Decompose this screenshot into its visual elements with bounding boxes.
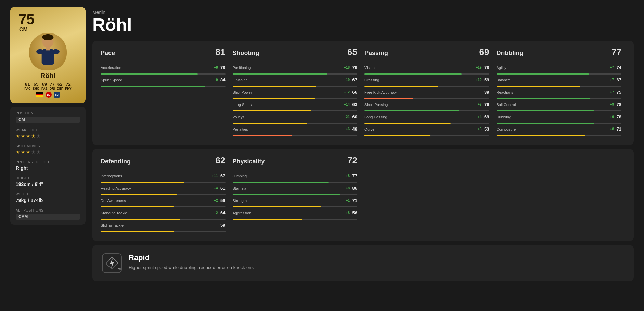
height-row: Height 192cm / 6'4" xyxy=(16,176,80,187)
stat-acceleration: Acceleration +8 78 xyxy=(101,65,226,75)
weight-label: Weight xyxy=(16,192,80,196)
stat-reactions: Reactions +7 75 xyxy=(497,90,622,99)
stat-sliding-tackle: Sliding Tackle 59 xyxy=(101,222,226,232)
star-5: ★ xyxy=(36,133,41,139)
stat-dribbling-sub: Dribbling +9 78 xyxy=(497,114,622,124)
cat-header-defending: Defending 62 xyxy=(101,155,226,168)
category-pace: Pace 81 Acceleration +8 78 Sprint Speed … xyxy=(99,47,231,139)
stat-crossing: Crossing +10 59 xyxy=(364,77,489,87)
position-badge: CM xyxy=(16,117,80,123)
weak-foot-label: Weak Foot xyxy=(16,128,80,132)
player-header: Merlin Röhl xyxy=(92,7,634,37)
stat-interceptions: Interceptions +11 67 xyxy=(101,173,226,183)
stat-free-kick-accuracy: Free Kick Accuracy 39 xyxy=(364,90,489,99)
cat-name-defending: Defending xyxy=(101,158,131,165)
preferred-foot-row: Preferred Foot Right xyxy=(16,160,80,171)
cat-score-dribbling: 77 xyxy=(611,47,621,57)
alt-position-badge: CAM xyxy=(16,214,80,220)
cat-name-shooting: Shooting xyxy=(233,50,259,57)
cat-header-dribbling: Dribbling 77 xyxy=(497,47,622,60)
stat-positioning: Positioning +18 76 xyxy=(233,65,358,75)
card-stat-phy: 72 PHY xyxy=(65,82,72,90)
cat-score-physicality: 72 xyxy=(347,155,357,166)
skill-star-4: ★ xyxy=(31,149,36,155)
player-lastname: Röhl xyxy=(92,15,634,35)
stat-balance: Balance +7 67 xyxy=(497,77,622,87)
height-label: Height xyxy=(16,176,80,180)
stat-vision: Vision +19 78 xyxy=(364,65,489,75)
category-passing: Passing 69 Vision +19 78 Crossing +10 59 xyxy=(363,47,495,139)
cat-name-dribbling: Dribbling xyxy=(497,50,524,57)
stat-ball-control: Ball Control +9 78 xyxy=(497,102,622,111)
stat-def-awareness: Def Awareness +2 59 xyxy=(101,198,226,207)
card-flags: BL SC xyxy=(36,92,60,98)
cat-score-defending: 62 xyxy=(216,155,226,166)
card-position: CM xyxy=(19,27,35,33)
stat-strength: Strength +1 71 xyxy=(233,198,358,207)
card-stats: 81 PAC 65 SHO 69 PAS 77 DRI 62 DEF 72 PH… xyxy=(24,82,72,90)
category-physicality: Physicality 72 Jumping +8 77 Stamina +8 … xyxy=(231,155,363,235)
skill-moves-label: Skill Moves xyxy=(16,144,80,148)
stat-finishing: Finishing +19 67 xyxy=(233,77,358,87)
card-stat-pas: 69 PAS xyxy=(41,82,48,90)
cat-header-passing: Passing 69 xyxy=(364,47,489,60)
star-1: ★ xyxy=(16,133,20,139)
stat-long-passing: Long Passing +4 69 xyxy=(364,114,489,124)
card-rating: 75 xyxy=(18,12,35,27)
category-dribbling: Dribbling 77 Agility +7 74 Balance +7 67 xyxy=(495,47,627,139)
playstyle-description: Higher sprint speed while dribbling, red… xyxy=(129,264,254,271)
stat-curve: Curve +6 53 xyxy=(364,126,489,136)
stat-standing-tackle: Standing Tackle +2 64 xyxy=(101,210,226,220)
playstyle-card: 79 Rapid Higher sprint speed while dribb… xyxy=(92,245,634,281)
cat-header-pace: Pace 81 xyxy=(101,47,226,60)
stat-stamina: Stamina +8 86 xyxy=(233,186,358,195)
skill-moves-row: Skill Moves ★ ★ ★ ★ ★ xyxy=(16,144,80,155)
stats-grid-bottom: Defending 62 Interceptions +11 67 Headin… xyxy=(92,149,634,241)
stat-long-shots: Long Shots +14 63 xyxy=(233,102,358,111)
preferred-foot-label: Preferred Foot xyxy=(16,160,80,164)
star-3: ★ xyxy=(26,133,30,139)
card-stat-dri: 77 DRI xyxy=(50,82,55,90)
weight-row: Weight 79kg / 174lb xyxy=(16,192,80,203)
playstyle-icon: 79 xyxy=(102,253,122,273)
stat-jumping: Jumping +8 77 xyxy=(233,173,358,183)
info-panel: Position CM Weak Foot ★ ★ ★ ★ ★ Skill Mo… xyxy=(10,107,86,225)
card-stat-pac: 81 PAC xyxy=(24,82,30,90)
stat-sprint-speed: Sprint Speed +9 84 xyxy=(101,77,226,87)
category-defending: Defending 62 Interceptions +11 67 Headin… xyxy=(99,155,231,235)
stat-short-passing: Short Passing +7 76 xyxy=(364,102,489,111)
flag-germany xyxy=(36,92,43,97)
star-2: ★ xyxy=(21,133,25,139)
position-label: Position xyxy=(16,111,80,115)
stat-heading-accuracy: Heading Accuracy +4 61 xyxy=(101,186,226,195)
rapid-icon-svg xyxy=(105,256,119,270)
svg-point-4 xyxy=(52,49,60,54)
stat-shot-power: Shot Power +12 66 xyxy=(233,90,358,99)
player-name-on-card: Röhl xyxy=(40,72,55,80)
stats-grid-top: Pace 81 Acceleration +8 78 Sprint Speed … xyxy=(92,41,634,145)
stat-penalties: Penalties +6 48 xyxy=(233,126,358,136)
playstyle-name: Rapid xyxy=(129,253,254,262)
alt-positions-label: Alt Positions xyxy=(16,208,80,212)
playstyle-text: Rapid Higher sprint speed while dribblin… xyxy=(129,253,254,271)
main-content: Merlin Röhl Pace 81 Acceleration +8 78 S… xyxy=(92,7,634,281)
empty-col-4 xyxy=(495,155,627,235)
svg-rect-5 xyxy=(46,46,50,50)
cat-name-physicality: Physicality xyxy=(233,158,265,165)
cat-header-shooting: Shooting 65 xyxy=(233,47,358,60)
cat-score-passing: 69 xyxy=(479,47,489,57)
empty-col-3 xyxy=(363,155,495,235)
cat-score-shooting: 65 xyxy=(347,47,357,57)
skill-star-5: ★ xyxy=(36,149,41,155)
stat-composure: Composure +8 71 xyxy=(497,126,622,136)
weak-foot-stars: ★ ★ ★ ★ ★ xyxy=(16,133,80,139)
cat-name-pace: Pace xyxy=(101,50,115,57)
height-value: 192cm / 6'4" xyxy=(16,181,80,187)
preferred-foot-value: Right xyxy=(16,165,80,171)
player-card: 75 CM Röhl 81 PAC xyxy=(10,7,86,103)
skill-star-3: ★ xyxy=(26,149,30,155)
cat-header-physicality: Physicality 72 xyxy=(233,155,358,168)
cat-score-pace: 81 xyxy=(216,47,226,57)
player-firstname: Merlin xyxy=(92,10,634,15)
stat-agility: Agility +7 74 xyxy=(497,65,622,75)
